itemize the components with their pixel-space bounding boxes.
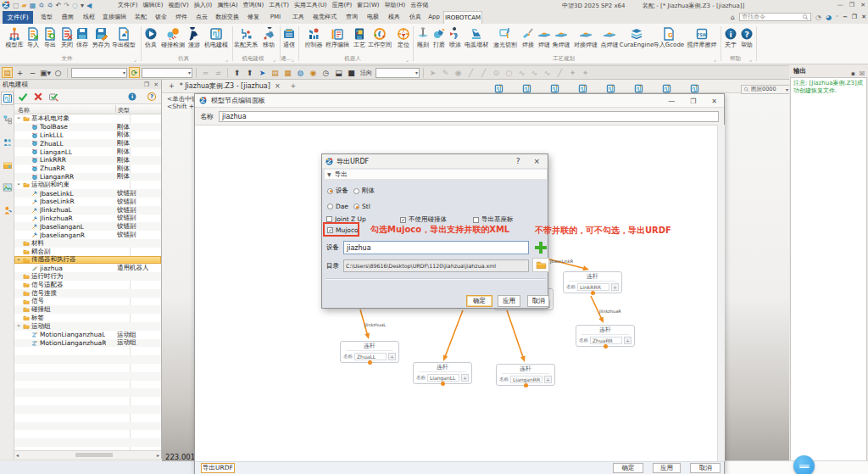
menu-item-1[interactable]: 编辑(E): [143, 1, 164, 9]
mech-modeling-icon[interactable]: [1, 92, 14, 105]
tree-row-信号连接[interactable]: 信号连接: [14, 289, 161, 298]
node-window-minimize-button[interactable]: —: [668, 98, 675, 105]
users-icon[interactable]: ◉: [308, 67, 319, 78]
node-port-out[interactable]: [524, 383, 528, 388]
ribbon-tab-IROBOTCAM[interactable]: IROBOTCAM: [443, 11, 482, 24]
export-urdf-button[interactable]: 导出URDF: [201, 463, 235, 473]
tree-row-运动副和约束[interactable]: ⌄运动副和约束: [14, 181, 161, 189]
tree-row-MotionLianganzhuaR[interactable]: MotionLianganzhuaR运动组: [14, 339, 161, 348]
tree-row-信号适配器[interactable]: 信号适配器: [14, 281, 161, 289]
expand-icon[interactable]: ⌄: [16, 180, 21, 187]
window-minimize-button[interactable]: —: [837, 2, 843, 8]
dialog-cancel-button[interactable]: 取消: [527, 295, 549, 307]
graph-node-LianganLL[interactable]: 连杆名称LianganLL+: [413, 362, 472, 384]
menu-item-3[interactable]: 插入(I): [194, 1, 213, 9]
window-close-button[interactable]: ✕: [860, 2, 865, 8]
assistant-button[interactable]: [793, 455, 815, 474]
anchor2-icon[interactable]: ⬆: [244, 67, 255, 78]
tree-row-ZhuaRR[interactable]: ZhuaRR刚体: [14, 165, 161, 173]
tree-row-ToolBase[interactable]: ToolBase刚体: [14, 123, 161, 131]
tree-row-JlinkzhuaR[interactable]: JlinkzhuaR铰链副: [14, 215, 161, 223]
dialog-title-bar[interactable]: 导出URDF?×: [322, 154, 548, 168]
new-file-icon[interactable]: ▢: [13, 2, 19, 9]
node-value-input[interactable]: ZhuaRR: [590, 337, 622, 344]
window-maximize-button[interactable]: ❐: [849, 2, 854, 8]
back-icon[interactable]: ◀: [86, 2, 92, 9]
node-value-input[interactable]: LianganRR: [510, 376, 542, 383]
circle-icon[interactable]: ○: [53, 67, 64, 78]
tree-row-LinkLLL[interactable]: LinkLLL刚体: [14, 131, 161, 140]
group-dialog-launcher-icon[interactable]: ⌟: [406, 56, 412, 62]
brush-icon[interactable]: ✎: [440, 67, 451, 78]
ribbon-tab-钣金[interactable]: 钣金: [150, 11, 172, 24]
node-expand-button[interactable]: +: [624, 337, 632, 344]
export-section-header[interactable]: ▼导出: [324, 169, 548, 180]
rotate-icon[interactable]: [606, 84, 615, 93]
ribbon-tab-App[interactable]: App: [425, 11, 443, 24]
document-tab[interactable]: * Jiazhua案例.Z3 - [jiazhua]×: [175, 80, 286, 93]
expand-icon[interactable]: ⌄: [16, 255, 21, 262]
dropdown-icon[interactable]: ▾: [81, 2, 84, 9]
ribbon-tab-装配[interactable]: 装配: [130, 11, 152, 24]
tree-row-JbaselianganL[interactable]: JbaselianganL铰链副: [14, 222, 161, 231]
scroll-left-icon[interactable]: ◂: [16, 452, 19, 458]
group-icon[interactable]: [1, 136, 14, 149]
redo-icon[interactable]: ↷: [64, 2, 70, 9]
folder-icon[interactable]: ▦: [282, 67, 293, 78]
menu-item-0[interactable]: 文件(F): [118, 1, 138, 9]
node-port-out[interactable]: [368, 360, 372, 365]
node-port-out[interactable]: [441, 382, 445, 386]
node-expand-button[interactable]: +: [611, 283, 619, 291]
tree-row-LianganRR[interactable]: LianganRR刚体: [14, 173, 161, 181]
confirm-icon[interactable]: [18, 92, 28, 102]
cancel-icon[interactable]: [33, 92, 43, 102]
ribbon-tab-电极[interactable]: 电极: [362, 11, 384, 24]
checkbox-导出基座标[interactable]: 导出基座标: [473, 215, 514, 224]
dialog-apply-button[interactable]: 应用: [498, 295, 520, 307]
disp-icon[interactable]: [662, 84, 671, 93]
slash-icon[interactable]: ╱: [554, 67, 565, 78]
anchor1-icon[interactable]: ⬆: [231, 67, 242, 78]
tree-row-运动组[interactable]: ⌄运动组: [14, 322, 161, 331]
ribbon-tab-视觉样式[interactable]: 视觉样式: [309, 11, 341, 24]
ribbon-button-帮助[interactable]: ?帮助: [727, 25, 766, 48]
home-icon[interactable]: ⌂: [731, 14, 735, 21]
radio-设备[interactable]: 设备: [327, 187, 348, 195]
menu-item-11[interactable]: 云存储: [410, 1, 428, 9]
pan-icon[interactable]: [578, 84, 587, 93]
menu-item-10[interactable]: 帮助(H): [385, 1, 406, 9]
info-icon[interactable]: i: [127, 92, 137, 102]
toolbar-combo[interactable]: ▾: [71, 68, 127, 78]
plus-icon[interactable]: +: [14, 67, 25, 78]
menu-item-8[interactable]: 应用(P): [332, 1, 353, 9]
tree-row-传感器和执行器[interactable]: ⌄传感器和执行器: [14, 256, 161, 265]
tree-row-信号[interactable]: 信号: [14, 298, 161, 306]
hierarchy-icon[interactable]: [1, 113, 14, 126]
tree-row-耦合副[interactable]: 耦合副: [14, 248, 161, 256]
tree-hscrollbar[interactable]: ◂▸: [14, 450, 161, 459]
window-ok-button[interactable]: 确定: [613, 463, 643, 473]
node-value-input[interactable]: LianganLL: [427, 374, 459, 382]
ribbon-tab-造型[interactable]: 造型: [36, 11, 58, 24]
regen-icon[interactable]: ⟳: [129, 67, 140, 78]
doc-restore-button[interactable]: ❐: [852, 14, 857, 20]
spline-icon[interactable]: ∿: [516, 67, 527, 78]
checkbox-不使用碰撞体[interactable]: ✓不使用碰撞体: [400, 215, 447, 224]
doc-close-button[interactable]: ✕: [861, 14, 866, 20]
ribbon-tab-曲面[interactable]: 曲面: [57, 11, 79, 24]
tree-row-jiazhua[interactable]: jiazhua通用机器人: [14, 264, 161, 272]
ribbon-tab-模具[interactable]: 模具: [383, 11, 405, 24]
graph-node-ZhuaLL[interactable]: 连杆名称ZhuaLL+: [340, 341, 399, 363]
tree-row-标签[interactable]: 标签: [14, 314, 161, 322]
group-dialog-launcher-icon[interactable]: ⌟: [225, 56, 231, 62]
tree-row-JbaselianganR[interactable]: JbaselianganR铰链副: [14, 231, 161, 239]
group-dialog-launcher-icon[interactable]: ⌟: [134, 56, 140, 62]
zoom-icon[interactable]: [550, 84, 559, 93]
arc2-icon[interactable]: ∿: [542, 67, 553, 78]
help-icon[interactable]: ?: [147, 92, 157, 102]
apply-check-icon[interactable]: [48, 92, 58, 102]
graph-node-LianganRR[interactable]: 连杆名称LianganRR+: [496, 364, 555, 386]
file-menu-button[interactable]: 文件(F): [3, 11, 33, 24]
radio-刚体[interactable]: 刚体: [353, 187, 375, 195]
node-canvas-vscrollbar[interactable]: [717, 125, 725, 461]
